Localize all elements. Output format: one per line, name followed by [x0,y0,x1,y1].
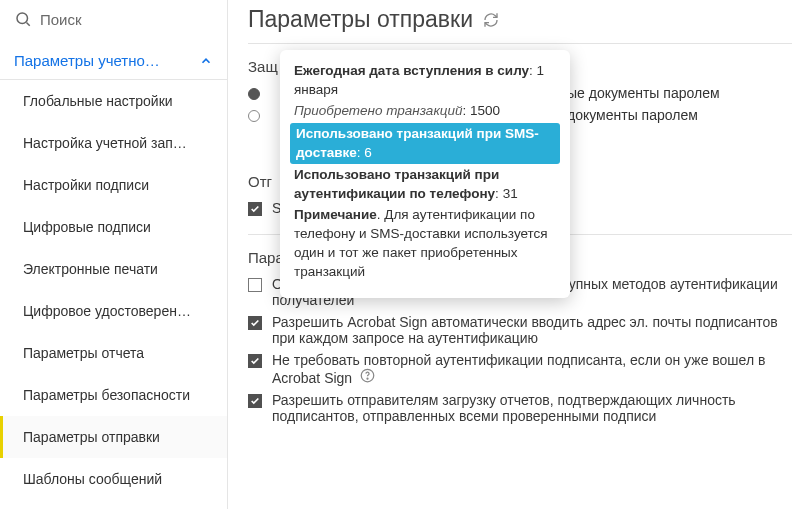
checkbox-icon [248,278,262,292]
sidebar-item-5[interactable]: Цифровое удостоверен… [0,290,227,332]
radio-2-suffix: документы паролем [567,107,698,123]
page-title: Параметры отправки [248,6,792,33]
popover-row3-value: 6 [364,145,372,160]
usage-popover: Ежегодная дата вступления в силу: 1 янва… [280,50,570,298]
opt3-help[interactable] [356,368,375,383]
identity-opt-4-label: Разрешить отправителям загрузку отчетов,… [272,392,792,424]
search-icon [14,10,32,28]
radio-icon [248,110,260,122]
search-row[interactable]: Поиск [0,0,227,42]
help-icon [360,368,375,383]
divider [248,43,792,44]
search-placeholder: Поиск [40,11,82,28]
radio-icon [248,88,260,100]
svg-line-1 [26,22,29,25]
popover-row2-label: Приобретено транзакций [294,103,463,118]
radio-1-suffix: ые документы паролем [567,85,720,101]
popover-row3-label: Использовано транзакций при SMS-доставке [296,126,539,160]
svg-point-5 [367,378,368,379]
sidebar-item-2[interactable]: Настройки подписи [0,164,227,206]
sidebar-item-8[interactable]: Параметры отправки [0,416,227,458]
popover-highlight-row: Использовано транзакций при SMS-доставке… [290,123,560,165]
identity-opt-3-label: Не требовать повторной аутентификации по… [272,352,792,386]
checkbox-icon [248,202,262,216]
sidebar-item-1[interactable]: Настройка учетной зап… [0,122,227,164]
checkbox-icon [248,316,262,330]
popover-row4-value: 31 [503,186,518,201]
sidebar-item-7[interactable]: Параметры безопасности [0,374,227,416]
identity-opt-2-label: Разрешить Acrobat Sign автоматически вво… [272,314,792,346]
sidebar-item-0[interactable]: Глобальные настройки [0,80,227,122]
page-title-text: Параметры отправки [248,6,473,33]
checkbox-icon [248,394,262,408]
sidebar-item-9[interactable]: Шаблоны сообщений [0,458,227,500]
refresh-icon[interactable] [483,12,499,28]
identity-opt-4[interactable]: Разрешить отправителям загрузку отчетов,… [248,392,792,424]
popover-row2-value: 1500 [470,103,500,118]
sidebar-item-4[interactable]: Электронные печати [0,248,227,290]
sidebar-item-6[interactable]: Параметры отчета [0,332,227,374]
account-settings-label: Параметры учетно… [14,52,160,69]
identity-opt-2[interactable]: Разрешить Acrobat Sign автоматически вво… [248,314,792,346]
checkbox-icon [248,354,262,368]
account-settings-collapsible[interactable]: Параметры учетно… [0,42,227,80]
sidebar: Поиск Параметры учетно… Глобальные настр… [0,0,228,509]
sidebar-item-3[interactable]: Цифровые подписи [0,206,227,248]
popover-row4-label: Использовано транзакций при аутентификац… [294,167,499,201]
popover-row1-label: Ежегодная дата вступления в силу [294,63,529,78]
identity-opt-3[interactable]: Не требовать повторной аутентификации по… [248,352,792,386]
sidebar-nav: Глобальные настройкиНастройка учетной за… [0,80,227,509]
chevron-up-icon [199,54,213,68]
popover-note-label: Примечание [294,207,377,222]
svg-point-0 [17,13,28,24]
